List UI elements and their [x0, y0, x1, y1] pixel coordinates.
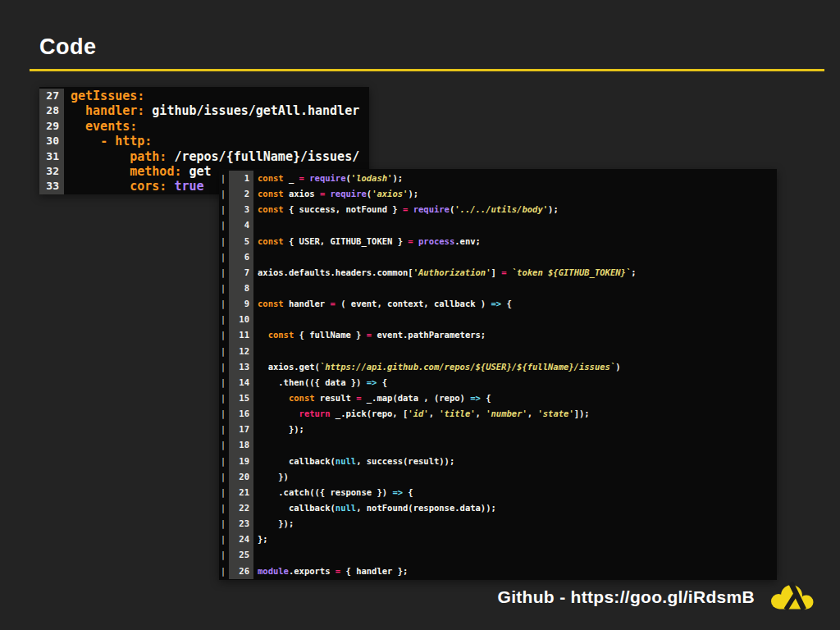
- pane-divider-mark: |: [219, 344, 229, 359]
- code-text: const handler = ( event, context, callba…: [253, 296, 777, 312]
- code-text: module.exports = { handler };: [253, 564, 777, 579]
- code-text: };: [253, 532, 777, 547]
- pane-divider-mark: |: [219, 202, 229, 217]
- line-number: 28: [39, 103, 64, 118]
- code-line: 30 - http:: [39, 134, 369, 148]
- code-line: |23 });: [219, 516, 777, 532]
- code-text: const result = _.map(data , (repo) => {: [253, 390, 777, 406]
- pane-divider-mark: |: [219, 375, 229, 390]
- line-number: 31: [39, 149, 64, 164]
- code-line: |14 .then(({ data }) => {: [219, 375, 777, 390]
- code-line: |24};: [219, 532, 777, 547]
- slide: Code 27getIssues:28 handler: github/issu…: [0, 0, 840, 630]
- line-number: 27: [39, 89, 64, 103]
- code-text: const { USER, GITHUB_TOKEN } = process.e…: [253, 234, 777, 249]
- line-number: 14: [229, 375, 253, 390]
- pane-divider-mark: |: [219, 469, 229, 485]
- code-line: |8: [219, 281, 777, 296]
- line-number: 6: [229, 249, 253, 265]
- pane-divider-mark: |: [219, 234, 229, 249]
- footer: Github - https://goo.gl/iRdsmB: [498, 582, 817, 612]
- line-number: 9: [229, 296, 253, 312]
- code-line: |11 const { fullName } = event.pathParam…: [219, 327, 777, 343]
- pane-divider-mark: |: [219, 296, 229, 312]
- js-code-block: |1const _ = require('lodash');|2const ax…: [219, 169, 777, 580]
- code-text: }): [253, 469, 777, 485]
- pane-divider-mark: |: [219, 186, 229, 202]
- code-text: });: [253, 422, 777, 437]
- pane-divider-mark: |: [219, 249, 229, 265]
- pane-divider-mark: |: [219, 547, 229, 563]
- code-line: |13 axios.get(`https://api.github.com/re…: [219, 359, 777, 375]
- line-number: 30: [39, 134, 64, 148]
- code-text: path: /repos/{fullName}/issues/: [64, 149, 369, 164]
- code-line: 28 handler: github/issues/getAll.handler: [39, 103, 369, 118]
- code-text: handler: github/issues/getAll.handler: [64, 103, 369, 118]
- code-line: |26module.exports = { handler };: [219, 564, 777, 579]
- code-text: .catch(({ response }) => {: [253, 485, 777, 500]
- line-number: 18: [229, 437, 253, 453]
- code-text: [253, 344, 777, 359]
- code-line: |7axios.defaults.headers.common['Authori…: [219, 265, 777, 281]
- line-number: 12: [229, 344, 253, 359]
- pane-divider-mark: |: [219, 281, 229, 296]
- code-text: getIssues:: [64, 89, 369, 103]
- code-text: callback(null, notFound(response.data));: [253, 500, 777, 516]
- code-line: |1const _ = require('lodash');: [219, 171, 777, 186]
- code-text: const { success, notFound } = require('.…: [253, 202, 777, 217]
- line-number: 4: [229, 217, 253, 233]
- code-text: return _.pick(repo, ['id', 'title', 'num…: [253, 406, 777, 422]
- line-number: 26: [229, 564, 253, 579]
- pane-divider-mark: |: [219, 359, 229, 375]
- line-number: 32: [39, 164, 64, 179]
- code-text: events:: [64, 119, 369, 134]
- page-title: Code: [39, 34, 97, 60]
- pane-divider-mark: |: [219, 217, 229, 233]
- code-text: - http:: [64, 134, 369, 148]
- line-number: 16: [229, 406, 253, 422]
- pane-divider-mark: |: [219, 390, 229, 406]
- line-number: 23: [229, 516, 253, 532]
- line-number: 11: [229, 327, 253, 343]
- code-text: axios.defaults.headers.common['Authoriza…: [253, 265, 777, 281]
- code-line: |18: [219, 437, 777, 453]
- code-text: });: [253, 516, 777, 532]
- code-text: [253, 281, 777, 296]
- pane-divider-mark: |: [219, 564, 229, 579]
- line-number: 25: [229, 547, 253, 563]
- code-line: 27getIssues:: [39, 89, 369, 103]
- code-line: |16 return _.pick(repo, ['id', 'title', …: [219, 406, 777, 422]
- line-number: 29: [39, 119, 64, 134]
- pane-divider-mark: |: [219, 171, 229, 186]
- line-number: 13: [229, 359, 253, 375]
- pane-divider-mark: |: [219, 312, 229, 327]
- code-line: |3const { success, notFound } = require(…: [219, 202, 777, 217]
- code-line: |12: [219, 344, 777, 359]
- line-number: 15: [229, 390, 253, 406]
- pane-divider-mark: |: [219, 500, 229, 516]
- title-underline: [30, 69, 824, 71]
- code-line: |9const handler = ( event, context, call…: [219, 296, 777, 312]
- code-text: [253, 312, 777, 327]
- code-line: |4: [219, 217, 777, 233]
- pane-divider-mark: |: [219, 485, 229, 500]
- code-text: [253, 437, 777, 453]
- code-text: [253, 217, 777, 233]
- pane-divider-mark: |: [219, 265, 229, 281]
- code-line: |22 callback(null, notFound(response.dat…: [219, 500, 777, 516]
- line-number: 17: [229, 422, 253, 437]
- cloud-lambda-logo: [768, 582, 817, 612]
- code-line: |17 });: [219, 422, 777, 437]
- code-line: 31 path: /repos/{fullName}/issues/: [39, 149, 369, 164]
- line-number: 20: [229, 469, 253, 485]
- line-number: 7: [229, 265, 253, 281]
- code-line: 29 events:: [39, 119, 369, 134]
- line-number: 5: [229, 234, 253, 249]
- code-line: |10: [219, 312, 777, 327]
- line-number: 22: [229, 500, 253, 516]
- code-line: |6: [219, 249, 777, 265]
- pane-divider-mark: |: [219, 406, 229, 422]
- footer-github-url: Github - https://goo.gl/iRdsmB: [498, 587, 755, 607]
- code-text: [253, 249, 777, 265]
- line-number: 3: [229, 202, 253, 217]
